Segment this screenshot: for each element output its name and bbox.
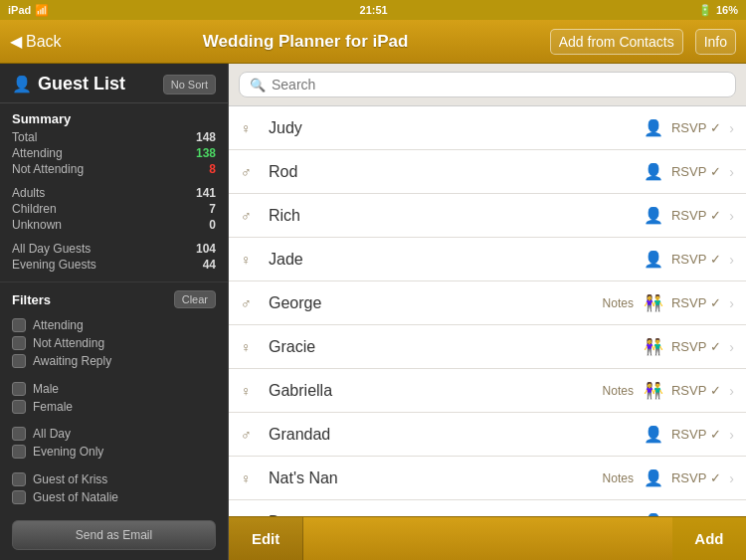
guest-row[interactable]: ♂Darren👤RSVP✓› <box>229 500 746 516</box>
rsvp-container: RSVP✓ <box>671 427 721 442</box>
filter-group-gender: Male Female <box>0 376 228 420</box>
battery-level: 16% <box>716 4 738 16</box>
rsvp-check-icon: ✓ <box>710 164 721 179</box>
guest-name: Rich <box>269 207 634 225</box>
guest-name: Gabriella <box>269 382 603 400</box>
not-attending-label: Not Attending <box>12 162 84 176</box>
rsvp-label: RSVP <box>671 164 706 179</box>
rsvp-label: RSVP <box>671 208 706 223</box>
guest-row[interactable]: ♀Judy👤RSVP✓› <box>229 106 746 150</box>
guest-row[interactable]: ♀Nat's NanNotes👤RSVP✓› <box>229 457 746 500</box>
filter-guest-of-natalie-checkbox[interactable] <box>12 490 26 504</box>
person-type-icon: 👫 <box>644 293 663 312</box>
guest-name: Jade <box>269 251 634 269</box>
info-button[interactable]: Info <box>695 29 736 55</box>
clear-filters-button[interactable]: Clear <box>174 290 216 308</box>
add-from-contacts-button[interactable]: Add from Contacts <box>550 29 683 55</box>
guest-row[interactable]: ♀Jade👤RSVP✓› <box>229 238 746 281</box>
filter-attending-checkbox[interactable] <box>12 318 26 332</box>
rsvp-container: RSVP✓ <box>671 295 721 310</box>
no-sort-button[interactable]: No Sort <box>163 75 216 94</box>
chevron-right-icon: › <box>729 120 734 136</box>
guest-row[interactable]: ♂GeorgeNotes👫RSVP✓› <box>229 281 746 325</box>
send-email-button[interactable]: Send as Email <box>12 520 216 550</box>
back-chevron-icon: ◀ <box>10 32 22 51</box>
rsvp-label: RSVP <box>671 295 706 310</box>
guest-name: Gracie <box>269 338 634 356</box>
filter-guest-of-kriss-checkbox[interactable] <box>12 472 26 486</box>
filter-not-attending[interactable]: Not Attending <box>12 336 216 350</box>
search-input[interactable] <box>272 77 725 93</box>
filter-not-attending-label: Not Attending <box>33 336 104 350</box>
filter-all-day-checkbox[interactable] <box>12 427 26 441</box>
search-input-wrap: 🔍 <box>239 72 736 97</box>
rsvp-label: RSVP <box>671 339 706 354</box>
chevron-right-icon: › <box>729 383 734 399</box>
stat-all-day-guests: All Day Guests 104 <box>12 242 216 256</box>
adults-label: Adults <box>12 186 45 200</box>
rsvp-container: RSVP✓ <box>671 383 721 398</box>
bottom-bar: Edit Add <box>229 516 746 560</box>
evening-guests-value: 44 <box>203 258 216 272</box>
filter-awaiting-reply-label: Awaiting Reply <box>33 354 111 368</box>
main-container: 👤 Guest List No Sort Summary Total 148 A… <box>0 64 746 560</box>
guest-name: Rod <box>269 163 634 181</box>
guest-row[interactable]: ♀GabriellaNotes👫RSVP✓› <box>229 369 746 413</box>
rsvp-container: RSVP✓ <box>671 208 721 223</box>
filter-attending[interactable]: Attending <box>12 318 216 332</box>
filter-evening-only-checkbox[interactable] <box>12 445 26 459</box>
filters-header: Filters Clear <box>0 282 228 312</box>
filter-all-day[interactable]: All Day <box>12 427 216 441</box>
guest-row[interactable]: ♂Rod👤RSVP✓› <box>229 150 746 194</box>
add-button[interactable]: Add <box>672 517 746 560</box>
summary-heading: Summary <box>12 111 216 126</box>
gender-icon: ♂ <box>241 295 261 311</box>
nav-bar: ◀ Back Wedding Planner for iPad Add from… <box>0 20 746 64</box>
all-day-guests-value: 104 <box>196 242 216 256</box>
status-bar: iPad 📶 21:51 🔋 16% <box>0 0 746 20</box>
filter-guest-of-kriss[interactable]: Guest of Kriss <box>12 472 216 486</box>
person-type-icon: 👫 <box>644 337 663 356</box>
guest-row[interactable]: ♀Gracie👫RSVP✓› <box>229 325 746 369</box>
rsvp-container: RSVP✓ <box>671 164 721 179</box>
person-type-icon: 👫 <box>644 381 663 400</box>
filter-guest-of-natalie[interactable]: Guest of Natalie <box>12 490 216 504</box>
filter-male-checkbox[interactable] <box>12 382 26 396</box>
sidebar-title-row: 👤 Guest List <box>12 74 125 94</box>
back-button[interactable]: ◀ Back <box>10 32 62 51</box>
filter-not-attending-checkbox[interactable] <box>12 336 26 350</box>
filters-heading: Filters <box>12 292 51 307</box>
guest-row[interactable]: ♂Grandad👤RSVP✓› <box>229 413 746 457</box>
filter-guest-of-natalie-label: Guest of Natalie <box>33 490 118 504</box>
wifi-icon: 📶 <box>35 4 49 17</box>
guest-list-icon: 👤 <box>12 75 32 93</box>
children-value: 7 <box>209 202 216 216</box>
battery-icon: 🔋 <box>698 4 712 17</box>
filter-female-checkbox[interactable] <box>12 400 26 414</box>
attending-label: Attending <box>12 146 63 160</box>
filter-evening-only-label: Evening Only <box>33 445 103 459</box>
filter-group-day: All Day Evening Only <box>0 421 228 465</box>
status-time: 21:51 <box>360 4 388 16</box>
filter-female[interactable]: Female <box>12 400 216 414</box>
filter-attending-label: Attending <box>33 318 84 332</box>
guest-panel: 🔍 ♀Judy👤RSVP✓›♂Rod👤RSVP✓›♂Rich👤RSVP✓›♀Ja… <box>229 64 746 560</box>
rsvp-label: RSVP <box>671 383 706 398</box>
filter-evening-only[interactable]: Evening Only <box>12 445 216 459</box>
notes-badge: Notes <box>603 471 634 485</box>
back-label: Back <box>26 33 62 51</box>
filter-awaiting-reply[interactable]: Awaiting Reply <box>12 354 216 368</box>
sidebar-title: Guest List <box>38 74 125 94</box>
filter-male[interactable]: Male <box>12 382 216 396</box>
person-type-icon: 👤 <box>644 118 663 137</box>
gender-icon: ♂ <box>241 164 261 180</box>
guest-row[interactable]: ♂Rich👤RSVP✓› <box>229 194 746 238</box>
summary-section: Summary Total 148 Attending 138 Not Atte… <box>0 103 228 282</box>
edit-button[interactable]: Edit <box>229 517 303 560</box>
rsvp-check-icon: ✓ <box>710 339 721 354</box>
filter-awaiting-reply-checkbox[interactable] <box>12 354 26 368</box>
search-icon: 🔍 <box>250 78 266 93</box>
filter-male-label: Male <box>33 382 59 396</box>
stat-children: Children 7 <box>12 202 216 216</box>
guest-name: Judy <box>269 119 634 137</box>
